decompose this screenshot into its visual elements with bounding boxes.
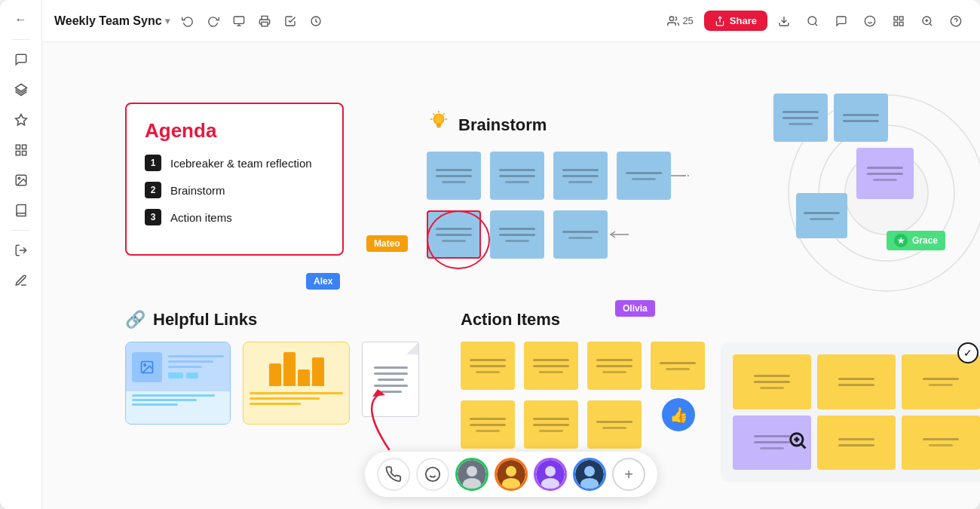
agenda-item-3: 3 Action items — [145, 209, 324, 225]
chart-icon — [269, 348, 324, 386]
doc-corner — [406, 342, 418, 354]
grid-icon[interactable] — [8, 136, 35, 164]
action-sticky[interactable] — [524, 342, 578, 390]
title-chevron-icon: ▾ — [165, 16, 170, 26]
spiral-sticky[interactable] — [796, 193, 847, 238]
sidebar: ← — [0, 0, 42, 509]
svg-point-32 — [433, 114, 443, 124]
emoji-button[interactable] — [416, 458, 449, 491]
comment-icon[interactable] — [8, 46, 35, 73]
svg-rect-3 — [22, 145, 26, 149]
svg-rect-24 — [894, 22, 898, 26]
image-icon[interactable] — [8, 167, 35, 194]
action-sticky[interactable] — [587, 400, 642, 449]
apps-button[interactable] — [887, 9, 911, 33]
action-sticky[interactable] — [461, 400, 515, 449]
cursor-mateo: Mateo — [366, 235, 408, 252]
svg-line-38 — [443, 114, 444, 115]
svg-rect-12 — [262, 22, 268, 26]
check-badge: ✓ — [957, 342, 978, 363]
agenda-num-1: 1 — [145, 155, 161, 171]
search-button[interactable] — [801, 9, 825, 33]
screen-button[interactable] — [227, 9, 251, 33]
svg-point-66 — [584, 466, 595, 477]
agenda-num-3: 3 — [145, 209, 161, 225]
undo-button[interactable] — [176, 9, 200, 33]
redo-button[interactable] — [201, 9, 225, 33]
page-title[interactable]: Weekly Team Sync ▾ — [54, 14, 170, 28]
thumbs-up-icon[interactable]: 👍 — [662, 398, 695, 431]
zoom-sticky[interactable] — [817, 354, 896, 409]
svg-line-27 — [929, 23, 932, 26]
agenda-item-1: 1 Icebreaker & team reflection — [145, 155, 324, 171]
svg-rect-5 — [22, 152, 26, 155]
svg-point-57 — [467, 466, 477, 477]
phone-button[interactable] — [377, 458, 410, 491]
users-badge[interactable]: 25 — [661, 12, 699, 30]
export-icon[interactable] — [8, 237, 35, 264]
svg-point-60 — [506, 466, 516, 477]
spiral-sticky[interactable] — [834, 94, 888, 142]
links-row — [125, 342, 419, 425]
link-card-doc[interactable] — [362, 342, 419, 417]
sticky-note[interactable] — [617, 152, 671, 200]
print-button[interactable] — [253, 9, 277, 33]
zoom-sticky[interactable] — [902, 415, 980, 471]
download-button[interactable] — [772, 9, 796, 33]
cursor-grace: ★ Grace — [887, 231, 945, 250]
react-button[interactable] — [858, 9, 882, 33]
cursor-alex: Alex — [306, 273, 340, 290]
helpful-links-title: 🔗 Helpful Links — [125, 310, 419, 330]
canvas[interactable]: Agenda 1 Icebreaker & team reflection 2 … — [42, 42, 980, 509]
link-card-blog[interactable] — [125, 342, 231, 425]
brainstorm-section: Brainstorm — [427, 110, 698, 263]
sticky-note[interactable] — [490, 210, 544, 259]
zoom-button[interactable] — [915, 9, 939, 33]
svg-point-19 — [865, 16, 874, 26]
avatar-1[interactable] — [455, 458, 488, 491]
chat-button[interactable] — [829, 9, 853, 33]
link-card-image — [126, 342, 230, 391]
spiral-sticky[interactable] — [773, 94, 828, 142]
avatar-2[interactable] — [495, 458, 528, 491]
share-button[interactable]: Share — [704, 11, 767, 31]
zoom-magnify-icon[interactable] — [784, 427, 811, 454]
sticky-note[interactable] — [553, 152, 608, 200]
star-icon[interactable] — [8, 106, 35, 133]
action-sticky[interactable] — [587, 342, 642, 390]
avatar-3[interactable] — [534, 458, 567, 491]
blog-image-placeholder — [132, 352, 162, 382]
toolbar: Weekly Team Sync ▾ — [42, 0, 980, 42]
sticky-note[interactable] — [490, 152, 544, 200]
svg-point-17 — [808, 17, 816, 25]
action-items-title: Action Items — [461, 310, 732, 330]
svg-point-14 — [670, 17, 674, 20]
agenda-item-2: 2 Brainstorm — [145, 182, 324, 198]
svg-rect-9 — [234, 17, 243, 23]
pen-icon[interactable] — [8, 267, 35, 294]
link-card-sheet[interactable] — [243, 342, 350, 425]
sidebar-divider — [12, 39, 30, 40]
zoom-sticky[interactable] — [733, 354, 811, 409]
add-participant-button[interactable]: + — [612, 458, 645, 491]
sticky-note[interactable] — [553, 210, 608, 259]
book-icon[interactable] — [8, 197, 35, 224]
app-container: ← Weekly Team Sync — [0, 0, 980, 509]
action-sticky[interactable] — [524, 400, 578, 449]
action-sticky[interactable] — [461, 342, 515, 390]
sticky-note[interactable] — [427, 152, 481, 200]
sheet-lines — [250, 392, 343, 405]
action-sticky[interactable] — [651, 342, 705, 390]
check-button[interactable] — [278, 9, 302, 33]
svg-rect-4 — [16, 152, 20, 155]
svg-rect-23 — [899, 17, 903, 20]
spiral-sticky-purple[interactable] — [856, 148, 914, 199]
action-items-grid — [461, 342, 732, 453]
layers-icon[interactable] — [8, 76, 35, 103]
back-icon[interactable]: ← — [8, 6, 35, 33]
timer-button[interactable] — [304, 9, 328, 33]
zoom-sticky[interactable] — [817, 415, 896, 471]
help-button[interactable] — [944, 9, 968, 33]
avatar-4[interactable] — [573, 458, 606, 491]
sticky-note-highlighted[interactable] — [427, 210, 481, 259]
